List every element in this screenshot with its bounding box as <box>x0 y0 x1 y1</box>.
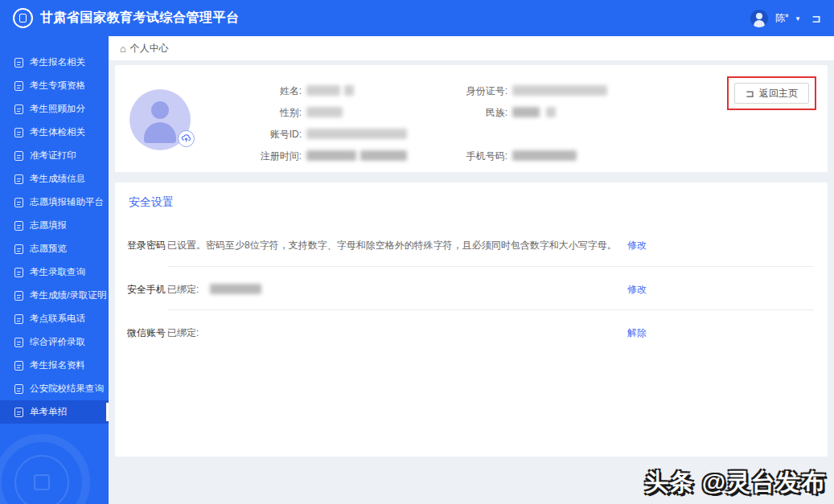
sidebar-item-separate-exam-enrollment[interactable]: 单考单招 <box>0 400 109 424</box>
app-window: 甘肃省国家教育考试综合管理平台 陈* ▾ ⊐ 考生报名相关 考生专项资格 考生照… <box>0 0 834 504</box>
document-icon <box>14 408 23 417</box>
back-icon: ⊐ <box>746 88 754 100</box>
document-icon <box>14 221 23 231</box>
logout-icon[interactable]: ⊐ <box>811 12 821 25</box>
security-settings-card: 安全设置 登录密码 已设置。密码至少8位字符，支持数字、字母和除空格外的特殊字符… <box>115 182 828 457</box>
security-section-title: 安全设置 <box>129 195 174 210</box>
document-icon <box>14 58 23 68</box>
home-icon: ⌂ <box>120 43 126 55</box>
printer-icon <box>14 151 23 161</box>
shield-icon <box>14 128 23 137</box>
breadcrumb: ⌂ 个人中心 <box>109 36 834 60</box>
sidebar-watermark-emblem <box>34 474 50 490</box>
document-icon <box>14 338 23 347</box>
back-home-label: 返回主页 <box>759 87 798 100</box>
profile-card: 姓名: 身份证号: 性别: 民族: 账号ID: 注册时间: 手机号码: <box>115 65 828 172</box>
user-name[interactable]: 陈* <box>775 11 789 25</box>
sidebar-item-admission-ticket-print[interactable]: 准考证打印 <box>0 144 109 167</box>
sidebar-item-score-admission-certificate[interactable]: 考生成绩/录取证明 <box>0 284 109 307</box>
sidebar-item-score-info[interactable]: 考生成绩信息 <box>0 167 109 191</box>
sidebar-nav: 考生报名相关 考生专项资格 考生照顾加分 考生体检相关 准考证打印 考生成绩信息… <box>0 36 109 504</box>
avatar <box>129 89 191 150</box>
sidebar-item-care-bonus[interactable]: 考生照顾加分 <box>0 97 109 121</box>
profile-field-ethnicity: 民族: <box>451 106 556 120</box>
sidebar-item-comprehensive-evaluation[interactable]: 综合评价录取 <box>0 330 109 354</box>
document-icon <box>14 244 23 254</box>
profile-field-gender: 性别: <box>212 106 343 120</box>
sidebar-item-application-assist-platform[interactable]: 志愿填报辅助平台 <box>0 191 109 214</box>
sidebar-item-registration-materials[interactable]: 考生报名资料 <box>0 354 109 377</box>
document-icon <box>14 384 23 394</box>
platform-logo-icon <box>13 8 33 28</box>
annotation-highlight-box: ⊐ 返回主页 <box>727 76 816 110</box>
upload-avatar-icon[interactable] <box>178 130 195 147</box>
unbind-wechat-link[interactable]: 解除 <box>627 326 647 340</box>
profile-field-account-id: 账号ID: <box>212 128 407 141</box>
certificate-icon <box>14 291 23 301</box>
sidebar-item-special-qualification[interactable]: 考生专项资格 <box>0 74 109 97</box>
search-doc-icon <box>14 268 23 277</box>
sidebar-item-exam-site-phone[interactable]: 考点联系电话 <box>0 307 109 330</box>
profile-field-id-number: 身份证号: <box>451 84 607 98</box>
modify-phone-link[interactable]: 修改 <box>627 283 647 297</box>
sidebar-item-registration[interactable]: 考生报名相关 <box>0 51 109 74</box>
document-icon <box>14 198 23 207</box>
profile-field-register-time: 注册时间: <box>212 150 407 163</box>
folder-icon <box>14 361 23 371</box>
sidebar-item-physical-exam[interactable]: 考生体检相关 <box>0 121 109 144</box>
main-content: ⌂ 个人中心 姓名: 身份证号: 性别: <box>109 36 834 504</box>
sidebar-item-application-fill[interactable]: 志愿填报 <box>0 214 109 237</box>
sidebar-item-admission-query[interactable]: 考生录取查询 <box>0 260 109 284</box>
breadcrumb-label: 个人中心 <box>130 42 169 55</box>
back-home-button[interactable]: ⊐ 返回主页 <box>734 83 809 104</box>
modify-password-link[interactable]: 修改 <box>627 239 647 252</box>
redacted-phone-value <box>210 284 261 294</box>
divider <box>167 266 814 267</box>
profile-field-name: 姓名: <box>212 84 354 98</box>
header-user-area: 陈* ▾ ⊐ <box>750 10 821 27</box>
toutiao-watermark: 头条 @灵台发布 <box>644 466 826 499</box>
sidebar-item-application-preview[interactable]: 志愿预览 <box>0 237 109 260</box>
app-title: 甘肃省国家教育考试综合管理平台 <box>40 10 240 27</box>
report-icon <box>14 174 23 184</box>
user-avatar-icon[interactable] <box>750 10 768 27</box>
phone-icon <box>14 314 23 324</box>
divider <box>167 309 814 310</box>
card-icon <box>14 104 23 114</box>
profile-field-phone: 手机号码: <box>451 150 577 163</box>
top-header: 甘肃省国家教育考试综合管理平台 陈* ▾ ⊐ <box>0 0 834 36</box>
sidebar-item-police-college-result[interactable]: 公安院校结果查询 <box>0 377 109 400</box>
chevron-down-icon[interactable]: ▾ <box>796 14 800 23</box>
checkmark-icon <box>14 81 23 91</box>
